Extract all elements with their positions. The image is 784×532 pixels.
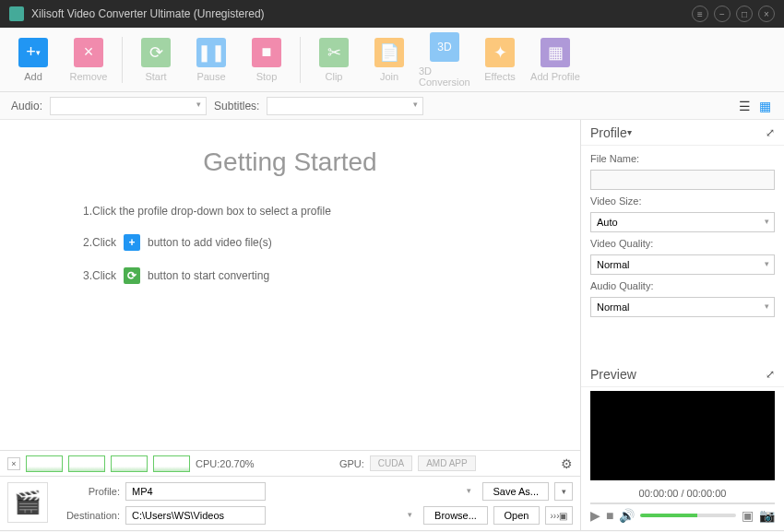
profile-select[interactable] [125, 482, 266, 501]
amd-button[interactable]: AMD APP [418, 455, 475, 471]
play-icon[interactable]: ▶ [590, 508, 600, 523]
videosize-label: Video Size: [590, 195, 775, 207]
cpu-meter [68, 455, 105, 472]
cuda-button[interactable]: CUDA [370, 455, 412, 471]
refresh-icon: ⟳ [141, 38, 171, 67]
cpu-meter [26, 455, 63, 472]
browse-button[interactable]: Browse... [423, 506, 488, 525]
close-cpu-icon[interactable]: × [7, 457, 20, 470]
minimize-icon[interactable]: − [714, 6, 731, 22]
grid-view-icon[interactable]: ▦ [756, 98, 773, 114]
add-profile-button[interactable]: ▦ Add Profile [529, 32, 581, 88]
preview-area [590, 391, 775, 480]
close-icon[interactable]: × [758, 6, 775, 22]
videoquality-select[interactable] [590, 254, 775, 275]
audio-select[interactable] [50, 97, 207, 115]
getting-started-title: Getting Started [37, 148, 543, 177]
pause-icon: ❚❚ [196, 38, 226, 67]
wand-icon: ✦ [485, 38, 515, 67]
titlebar: Xilisoft Video Converter Ultimate (Unreg… [0, 0, 784, 28]
separator [122, 37, 123, 83]
filename-input[interactable] [590, 170, 775, 190]
cpu-meter [153, 455, 190, 472]
app-logo-icon [9, 6, 24, 21]
step-3: 3.Click ⟳ button to start converting [37, 267, 543, 284]
step-1: 1.Click the profile drop-down box to sel… [37, 205, 543, 218]
page-icon: ▦ [540, 38, 570, 67]
toolbar: +▾ Add × Remove ⟳ Start ❚❚ Pause ■ Stop … [0, 28, 784, 92]
right-panel: Profile▾ ⤢ File Name: Video Size: Video … [581, 120, 784, 530]
destination-label: Destination: [55, 510, 120, 521]
pause-button[interactable]: ❚❚ Pause [185, 32, 237, 88]
camera-icon[interactable]: 📷 [759, 508, 775, 523]
step-2: 2.Click + button to add video file(s) [37, 234, 543, 251]
stop-icon[interactable]: ■ [606, 508, 613, 523]
list-view-icon[interactable]: ☰ [736, 98, 753, 114]
audio-label: Audio: [11, 100, 42, 112]
x-icon: × [74, 38, 103, 67]
volume-slider[interactable] [640, 514, 736, 517]
join-button[interactable]: 📄 Join [363, 32, 415, 88]
effects-button[interactable]: ✦ Effects [474, 32, 526, 88]
cpu-meter [111, 455, 148, 472]
content-area: Getting Started 1.Click the profile drop… [0, 120, 580, 450]
add-button[interactable]: +▾ Add [7, 32, 59, 88]
bottom-section: 🎬 Profile: Save As... ▾ Destination: Bro… [0, 476, 580, 530]
subbar: Audio: Subtitles: ☰ ▦ [0, 92, 784, 120]
file-type-icon: 🎬 [7, 482, 48, 523]
expand-icon[interactable]: ⤢ [766, 368, 775, 381]
plus-icon: +▾ [18, 38, 48, 67]
convert-button[interactable]: ›››▣ [545, 506, 573, 525]
gpu-label: GPU: [339, 458, 364, 469]
expand-icon[interactable]: ⤢ [766, 126, 775, 139]
3d-conversion-button[interactable]: 3D 3D Conversion [419, 32, 470, 88]
gear-icon[interactable]: ⚙ [561, 456, 573, 471]
stop-icon: ■ [252, 38, 281, 67]
videosize-select[interactable] [590, 212, 775, 232]
cpu-label: CPU:20.70% [196, 458, 255, 469]
open-button[interactable]: Open [493, 506, 540, 525]
profile-header: Profile▾ ⤢ [581, 120, 784, 146]
profile-label: Profile: [55, 486, 120, 497]
preview-time: 00:00:00 / 00:00:00 [581, 484, 784, 502]
clip-button[interactable]: ✂ Clip [308, 32, 360, 88]
filename-label: File Name: [590, 153, 775, 164]
preview-header: Preview ⤢ [581, 361, 784, 387]
cpu-row: × CPU:20.70% GPU: CUDA AMD APP ⚙ [0, 450, 580, 476]
destination-input[interactable] [125, 506, 266, 525]
subtitles-label: Subtitles: [214, 100, 259, 112]
scissors-icon: ✂ [319, 38, 349, 67]
chevron-down-icon[interactable]: ▾ [554, 482, 573, 501]
audioquality-select[interactable] [590, 297, 775, 317]
document-icon: 📄 [374, 38, 404, 67]
stop-button[interactable]: ■ Stop [241, 32, 292, 88]
refresh-icon: ⟳ [124, 267, 140, 284]
audioquality-label: Audio Quality: [590, 280, 775, 291]
window-title: Xilisoft Video Converter Ultimate (Unreg… [31, 7, 692, 20]
remove-button[interactable]: × Remove [63, 32, 114, 88]
maximize-icon[interactable]: □ [736, 6, 753, 22]
volume-icon[interactable]: 🔊 [619, 508, 635, 523]
subtitles-select[interactable] [267, 97, 423, 115]
3d-icon: 3D [430, 32, 459, 62]
screen-icon[interactable]: ▣ [742, 508, 754, 523]
start-button[interactable]: ⟳ Start [130, 32, 182, 88]
videoquality-label: Video Quality: [590, 238, 775, 249]
menu-icon[interactable]: ≡ [692, 6, 708, 22]
save-as-button[interactable]: Save As... [482, 482, 549, 501]
plus-icon: + [124, 234, 140, 251]
separator [300, 37, 301, 83]
